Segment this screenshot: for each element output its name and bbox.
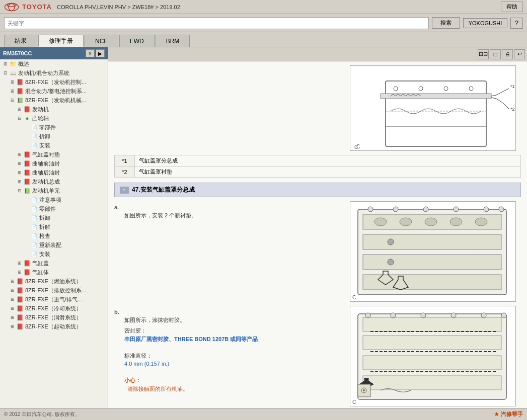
- tree-item-installation[interactable]: 📄 安装: [0, 141, 108, 150]
- tree-item-dismantle[interactable]: 📄 拆解: [0, 222, 108, 231]
- tree-item-hybrid-battery[interactable]: ⊞ 📕 混合动力/蓄电池控制系...: [0, 87, 108, 96]
- tree-label: 混合动力/蓄电池控制系...: [25, 88, 87, 95]
- tree-item-inspect[interactable]: 📄 检查: [0, 231, 108, 240]
- tree-item-disassembly[interactable]: 📄 拆卸: [0, 132, 108, 141]
- red-book-icon: 📕: [23, 260, 31, 267]
- content-toolbar: ⊟⊟ □ 🖨 ↩: [108, 47, 527, 61]
- tree-item-engine-unit[interactable]: ⊟ 📗 发动机单元: [0, 186, 108, 195]
- tree-item-cooling[interactable]: ⊞ 📕 8ZR-FXE（冷却系统）: [0, 304, 108, 313]
- single-view-button[interactable]: □: [490, 49, 501, 59]
- back-button[interactable]: ↩: [514, 49, 525, 59]
- tree-item-parts[interactable]: 📄 零部件: [0, 123, 108, 132]
- tree-item-starting[interactable]: ⊞ 📕 8ZR-FXE（起动系统）: [0, 322, 108, 331]
- tree-item-engine-assy[interactable]: ⊞ 📕 发动机总成: [0, 177, 108, 186]
- expand-icon: ⊞: [16, 169, 23, 176]
- tree-label: 气缸盖衬垫: [32, 151, 60, 158]
- tree-item-overview[interactable]: ⊞ 📁 概述: [0, 59, 108, 68]
- tab-repair[interactable]: 修理手册: [38, 35, 84, 47]
- ref-desc: 气缸盖罩衬垫: [135, 166, 521, 178]
- svg-point-47: [365, 313, 370, 318]
- tree-label: 拆卸: [39, 133, 50, 140]
- sidebar-header: RM3570CC × ▶: [0, 47, 108, 59]
- search-button[interactable]: 搜索: [432, 17, 460, 29]
- expand-icon: [23, 241, 30, 248]
- step-a-instruction: 如图所示，安装 2 个新衬垫。: [124, 212, 345, 219]
- step-b-text: b. 如图所示，涂抹密封胶。 密封胶： 丰田原厂黑密封胶、THREE BOND …: [114, 306, 345, 406]
- tab-ncf[interactable]: NCF: [85, 35, 118, 47]
- tile-view-button[interactable]: ⊟⊟: [478, 49, 489, 59]
- svg-point-49: [421, 313, 426, 318]
- doc-icon: 📄: [30, 250, 38, 258]
- diagram-c-label: C: [356, 144, 360, 149]
- doc-icon: 📄: [30, 124, 38, 131]
- step-a-text: a. 如图所示，安装 2 个新衬垫。: [114, 201, 345, 302]
- step-b-label: b.: [114, 309, 345, 315]
- ref-desc: 气缸盖罩分总成: [135, 155, 521, 166]
- tree-item-install2[interactable]: 📄 安装: [0, 249, 108, 259]
- tree-item-rear-seal[interactable]: ⊞ 📕 曲轴后油封: [0, 168, 108, 177]
- svg-text:*1: *1: [510, 84, 515, 89]
- table-row: *2 气缸盖罩衬垫: [115, 166, 521, 178]
- doc-icon: 📄: [30, 196, 38, 203]
- expand-icon: [23, 205, 30, 212]
- expand-icon: ⊞: [16, 160, 23, 167]
- tab-results[interactable]: 结果: [4, 35, 37, 47]
- tab-ewd[interactable]: EWD: [119, 35, 155, 47]
- tree-label: 气缸体: [32, 269, 49, 276]
- tree-item-removal[interactable]: 📄 拆卸: [0, 213, 108, 222]
- tree-item-8zr-mechanical[interactable]: ⊟ 📗 8ZR-FXE（发动机机械...: [0, 96, 108, 105]
- doc-icon: 📄: [30, 241, 38, 248]
- tree-item-8zr-control[interactable]: ⊞ 📕 8ZR-FXE（发动机控制...: [0, 77, 108, 87]
- tree-label: 安装: [39, 250, 50, 258]
- svg-text:*2: *2: [510, 107, 515, 112]
- svg-point-26: [425, 218, 437, 226]
- question-button[interactable]: ?: [510, 18, 523, 29]
- sidebar-expand-button[interactable]: ▶: [96, 49, 105, 57]
- svg-point-51: [481, 313, 486, 318]
- svg-point-29: [368, 207, 373, 212]
- expand-icon: ⊞: [9, 78, 16, 86]
- brand-name: TOYOTA: [22, 3, 52, 11]
- tree-item-parts2[interactable]: 📄 零部件: [0, 204, 108, 213]
- tree-item-fuel[interactable]: ⊞ 📕 8ZR-FXE（燃油系统）: [0, 277, 108, 286]
- tree-item-cylinder-block[interactable]: ⊞ 📕 气缸体: [0, 268, 108, 277]
- tree-item-reassemble[interactable]: 📄 重新装配: [0, 240, 108, 249]
- tabs-bar: 结果 修理手册 NCF EWD BRM: [0, 32, 527, 47]
- help-button[interactable]: 帮助: [501, 2, 523, 12]
- svg-rect-43: [363, 317, 501, 331]
- print-button[interactable]: 🖨: [502, 49, 513, 59]
- expand-icon: [23, 214, 30, 221]
- step-a-block: a. 如图所示，安装 2 个新衬垫。: [114, 201, 521, 302]
- tree-item-camshaft[interactable]: ⊟ ● 凸轮轴: [0, 114, 108, 123]
- tree-item-front-seal[interactable]: ⊞ 📕 曲轴前油封: [0, 159, 108, 168]
- engine-top-view2-svg: [350, 306, 516, 406]
- tree-item-engine-system[interactable]: ⊟ 📖 发动机/混合动力系统: [0, 68, 108, 77]
- tree-item-intake[interactable]: ⊞ 📕 8ZR-FXE（进气/排气...: [0, 295, 108, 304]
- tree-item-notes[interactable]: 📄 注意事项: [0, 195, 108, 204]
- svg-point-56: [363, 389, 365, 391]
- doc-icon: 📄: [30, 205, 38, 212]
- content-scroll[interactable]: *1 *2: [108, 61, 527, 408]
- svg-point-25: [400, 218, 412, 226]
- tree-item-cylinder-head[interactable]: ⊞ 📕 气缸盖: [0, 259, 108, 268]
- tab-brm[interactable]: BRM: [156, 35, 190, 47]
- breadcrumb: COROLLA PHV,LEVIN PHV > ZWE18# > 2019.02: [57, 4, 180, 10]
- expand-icon: [23, 250, 30, 258]
- content-area: ⊟⊟ □ 🖨 ↩: [108, 47, 527, 408]
- expand-icon: ⊟: [9, 97, 16, 104]
- sidebar-close-button[interactable]: ×: [86, 49, 95, 57]
- svg-point-32: [454, 207, 459, 212]
- tree-item-engine[interactable]: ⊞ 📕 发动机: [0, 105, 108, 114]
- search-input[interactable]: [4, 17, 429, 29]
- expand-icon: ⊞: [9, 323, 16, 330]
- expand-icon: ⊞: [9, 296, 16, 303]
- svg-point-34: [499, 207, 504, 212]
- red-book-icon: 📕: [23, 151, 31, 158]
- tree-item-lubrication[interactable]: ⊞ 📕 8ZR-FXE（润滑系统）: [0, 313, 108, 322]
- tree-label: 注意事项: [39, 196, 61, 204]
- tree-item-emission[interactable]: ⊞ 📕 8ZR-FXE（排放控制系...: [0, 286, 108, 295]
- tree-label: 发动机总成: [32, 178, 60, 186]
- diagram-c2-label: C: [352, 295, 356, 300]
- tree-item-head-gasket[interactable]: ⊞ 📕 气缸盖衬垫: [0, 150, 108, 159]
- yokogushi-button[interactable]: YOKOGUSHI: [463, 18, 508, 28]
